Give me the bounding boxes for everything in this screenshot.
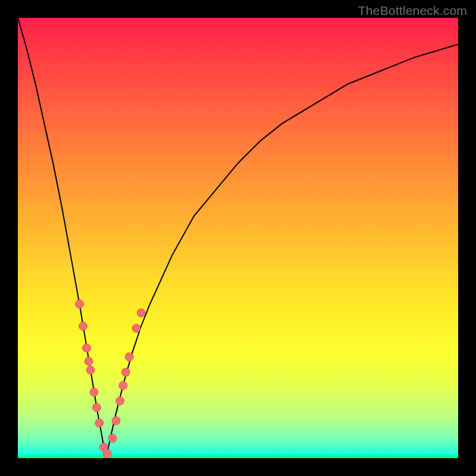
data-point-marker (121, 368, 130, 377)
bottleneck-curve-svg (18, 18, 458, 458)
data-point-marker (90, 388, 98, 396)
data-point-marker (103, 450, 111, 458)
data-point-marker (108, 434, 117, 443)
data-point-marker (79, 322, 87, 330)
data-point-marker (84, 357, 93, 365)
data-point-marker (137, 309, 145, 317)
bottleneck-curve-path (18, 18, 458, 458)
data-point-marker (92, 403, 101, 412)
outer-frame: TheBottleneck.com (0, 0, 476, 476)
data-point-marker (125, 353, 133, 361)
data-point-marker (116, 397, 124, 405)
data-point-marker (76, 300, 84, 308)
chart-plot-area (18, 18, 458, 458)
data-point-marker (112, 416, 120, 425)
data-point-marker (82, 344, 90, 352)
data-point-marker (95, 419, 104, 427)
data-point-marker (119, 381, 127, 390)
data-point-marker (86, 366, 95, 374)
data-point-markers (76, 300, 146, 458)
data-point-marker (132, 324, 140, 333)
watermark-text: TheBottleneck.com (358, 4, 467, 18)
